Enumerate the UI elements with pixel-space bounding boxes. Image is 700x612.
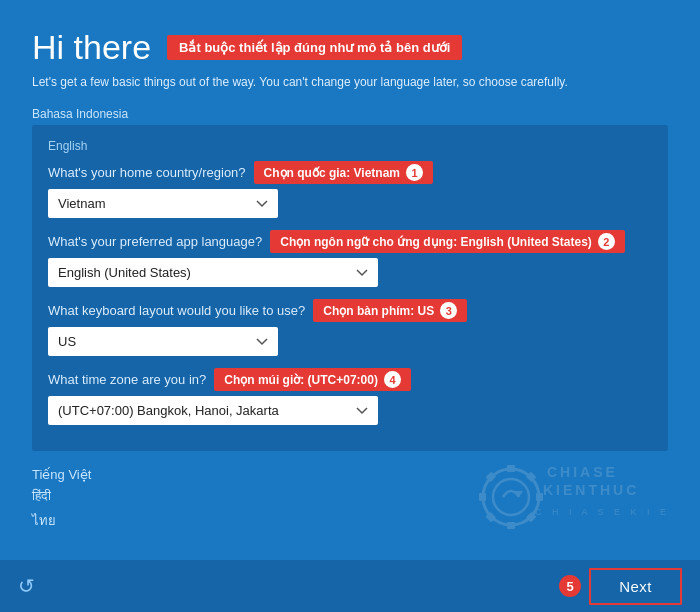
svg-text:KIENTHUC: KIENTHUC: [543, 482, 639, 498]
next-button[interactable]: Next: [589, 568, 682, 605]
section-lang: English: [48, 139, 652, 153]
app-lang-label: What's your preferred app language?: [48, 234, 262, 249]
page-title: Hi there: [32, 28, 151, 67]
timezone-annotation-text: Chọn múi giờ: (UTC+07:00): [224, 373, 378, 387]
app-lang-field-group: What's your preferred app language? Chọn…: [48, 230, 652, 287]
timezone-annotation-num: 4: [384, 371, 401, 388]
form-panel: English What's your home country/region?…: [32, 125, 668, 451]
keyboard-annotation-text: Chọn bàn phím: US: [323, 304, 434, 318]
app-lang-label-row: What's your preferred app language? Chọn…: [48, 230, 652, 253]
country-label-row: What's your home country/region? Chọn qu…: [48, 161, 652, 184]
keyboard-label-row: What keyboard layout would you like to u…: [48, 299, 652, 322]
svg-rect-4: [536, 493, 543, 501]
country-label: What's your home country/region?: [48, 165, 246, 180]
top-annotation-banner: Bắt buộc thiết lập đúng như mô tả bên dư…: [167, 35, 462, 60]
next-btn-wrapper: 5 Next: [559, 568, 682, 605]
svg-rect-6: [507, 522, 515, 529]
watermark-svg: CHIASE KIENTHUC C H I A S E K I E N T H …: [475, 447, 675, 547]
keyboard-annotation: Chọn bàn phím: US 3: [313, 299, 467, 322]
country-annotation-text: Chọn quốc gia: Vietnam: [264, 166, 400, 180]
svg-rect-8: [479, 493, 486, 501]
keyboard-select[interactable]: US Vietnamese UK: [48, 327, 278, 356]
refresh-icon[interactable]: ↺: [18, 574, 35, 598]
watermark: CHIASE KIENTHUC C H I A S E K I E N T H …: [470, 442, 680, 552]
timezone-select[interactable]: (UTC+07:00) Bangkok, Hanoi, Jakarta (UTC…: [48, 396, 378, 425]
country-annotation: Chọn quốc gia: Vietnam 1: [254, 161, 433, 184]
keyboard-label: What keyboard layout would you like to u…: [48, 303, 305, 318]
svg-text:CHIASE: CHIASE: [547, 464, 618, 480]
keyboard-annotation-num: 3: [440, 302, 457, 319]
app-lang-annotation-text: Chọn ngôn ngữ cho ứng dụng: English (Uni…: [280, 235, 592, 249]
timezone-label: What time zone are you in?: [48, 372, 206, 387]
top-lang-label: Bahasa Indonesia: [32, 107, 668, 121]
app-lang-select[interactable]: English (United States) Tiếng Việt Franç…: [48, 258, 378, 287]
timezone-field-group: What time zone are you in? Chọn múi giờ:…: [48, 368, 652, 425]
app-lang-annotation-num: 2: [598, 233, 615, 250]
svg-point-1: [493, 479, 529, 515]
country-field-group: What's your home country/region? Chọn qu…: [48, 161, 652, 218]
timezone-label-row: What time zone are you in? Chọn múi giờ:…: [48, 368, 652, 391]
page-subtitle: Let's get a few basic things out of the …: [32, 75, 668, 89]
next-num-badge: 5: [559, 575, 581, 597]
svg-text:C H I A  S E  K I E N  T H U C: C H I A S E K I E N T H U C: [535, 507, 675, 517]
timezone-annotation: Chọn múi giờ: (UTC+07:00) 4: [214, 368, 411, 391]
app-lang-annotation: Chọn ngôn ngữ cho ứng dụng: English (Uni…: [270, 230, 625, 253]
bottom-bar: ↺ 5 Next: [0, 560, 700, 612]
keyboard-field-group: What keyboard layout would you like to u…: [48, 299, 652, 356]
svg-rect-2: [507, 465, 515, 472]
country-select[interactable]: Vietnam United States United Kingdom: [48, 189, 278, 218]
country-annotation-num: 1: [406, 164, 423, 181]
page-title-row: Hi there Bắt buộc thiết lập đúng như mô …: [32, 28, 668, 67]
